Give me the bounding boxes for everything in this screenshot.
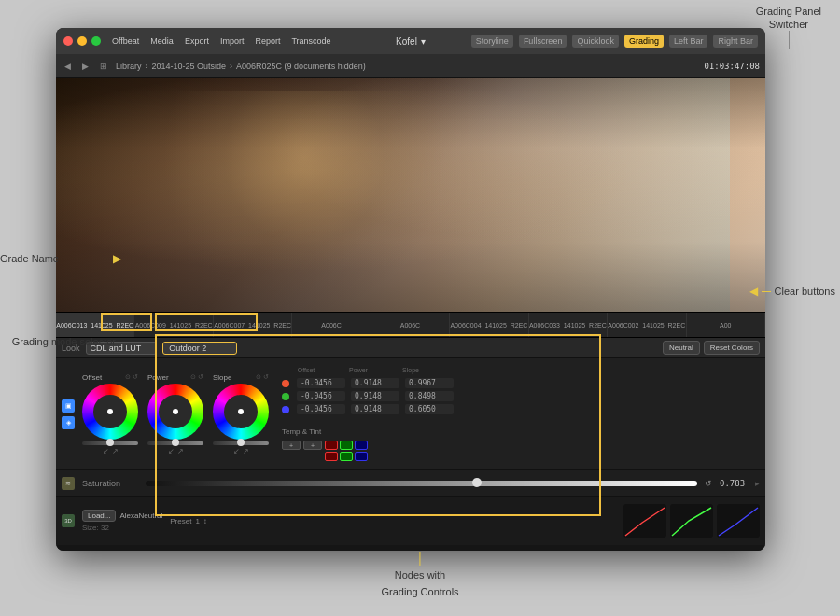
toolbar-icon-2[interactable]: ▶: [79, 61, 91, 72]
color-btn-g[interactable]: [340, 441, 353, 450]
lut-load-button[interactable]: Load...: [82, 510, 116, 522]
numeric-panel: Offset Power Slope -0.0456 0.9148 0.9967…: [282, 367, 454, 461]
power-slider[interactable]: [147, 441, 203, 445]
menu-transcode[interactable]: Transcode: [291, 36, 330, 46]
traffic-lights: [63, 36, 101, 46]
clip-item-7[interactable]: A006C033_141025_R2EC: [529, 313, 608, 337]
offset-slider[interactable]: [82, 441, 138, 445]
saturation-reset[interactable]: ↺: [705, 479, 712, 488]
color-btn-b2[interactable]: [355, 452, 368, 461]
lut-curve-r[interactable]: [623, 504, 666, 538]
numeric-row-2: -0.0456 0.9148 0.8498: [282, 391, 454, 401]
numeric-row-3: -0.0456 0.9148 0.6050: [282, 404, 454, 414]
menu-export[interactable]: Export: [185, 36, 209, 46]
clip-item-1[interactable]: A006C013_141025_R2EC: [56, 313, 134, 337]
storyline-btn[interactable]: Storyline: [471, 35, 513, 48]
color-btn-b[interactable]: [355, 441, 368, 450]
clear-buttons-label: Clear buttons: [775, 286, 835, 297]
offset-wheel-container: Offset ⊙ ↺ ↙ ↗: [82, 373, 138, 455]
left-bar-btn[interactable]: Left Bar: [669, 35, 708, 48]
clip-item-8[interactable]: A006C002_141025_R2EC: [608, 313, 686, 337]
quicklook-btn[interactable]: Quicklook: [572, 35, 619, 48]
slope-wheel-container: Slope ⊙ ↺ ↙ ↗: [213, 373, 269, 455]
offset-r[interactable]: -0.0456: [297, 378, 345, 388]
fullscreen-button[interactable]: [91, 36, 101, 46]
slope-r[interactable]: 0.9967: [405, 378, 454, 388]
menu-bar: Offbeat Media Export Import Report Trans…: [112, 36, 331, 46]
lut-curve-g[interactable]: [670, 504, 713, 538]
grading-btn[interactable]: Grading: [624, 35, 664, 48]
clip-item-4[interactable]: A006C: [292, 313, 371, 337]
clip-strip: A006C013_141025_R2EC A006C009_141025_R2E…: [56, 312, 765, 338]
offset-g[interactable]: -0.0456: [297, 391, 345, 401]
power-b[interactable]: 0.9148: [351, 404, 399, 414]
menu-report[interactable]: Report: [255, 36, 280, 46]
grade-name-bar: Look CDL and LUT Outdoor 2 Neutral Reset…: [56, 338, 765, 358]
side-icon-1[interactable]: ▣: [62, 399, 75, 413]
annotation-line-switcher: [789, 31, 790, 49]
slope-wheel-icons: ↙ ↗: [233, 447, 249, 455]
fullscreen-btn[interactable]: Fullscreen: [519, 35, 567, 48]
clip-item-5[interactable]: A006C: [371, 313, 450, 337]
toolbar-icon-3[interactable]: ⊞: [97, 61, 110, 72]
app-title: Kofel ▾: [396, 36, 426, 47]
lut-curves: [623, 504, 760, 538]
offset-col-header: Offset: [282, 367, 330, 373]
menu-offbeat[interactable]: Offbeat: [112, 36, 139, 46]
side-icon-2[interactable]: ◈: [62, 416, 75, 429]
grading-panel-switcher-annotation: Grading Panel Switcher: [756, 5, 821, 32]
color-btn-g2[interactable]: [340, 452, 353, 461]
power-r[interactable]: 0.9148: [351, 378, 399, 388]
reset-colors-button[interactable]: Reset Colors: [704, 341, 760, 355]
offset-color-wheel[interactable]: [82, 384, 138, 440]
saturation-expand[interactable]: ▸: [755, 479, 760, 488]
color-wheels-section: ▣ ◈ Offset ⊙ ↺ ↙: [56, 358, 765, 470]
clear-buttons-arrow-left: ◀: [749, 285, 758, 298]
clip-item-9[interactable]: A00: [687, 313, 765, 337]
toolbar-icon-1[interactable]: ◀: [62, 61, 74, 72]
right-bar-btn[interactable]: Right Bar: [713, 35, 758, 48]
lut-curve-b[interactable]: [717, 504, 760, 538]
grade-name-label: Grade Name: [0, 253, 59, 264]
side-icons: ▣ ◈: [62, 399, 75, 429]
date-folder[interactable]: 2014-10-25 Outside: [152, 62, 227, 71]
lut-section: 3D Load... AlexaNeutral Size: 32 Preset …: [56, 497, 765, 545]
color-btn-r[interactable]: [325, 441, 338, 450]
menu-import[interactable]: Import: [220, 36, 245, 46]
temp-tint-btn-1[interactable]: +: [282, 441, 301, 450]
close-button[interactable]: [63, 36, 73, 46]
power-g[interactable]: 0.9148: [351, 391, 399, 401]
saturation-slider[interactable]: [146, 481, 697, 486]
offset-wheel-label: Offset ⊙ ↺: [82, 373, 138, 382]
app-window: Offbeat Media Export Import Report Trans…: [56, 28, 765, 551]
clip-folder[interactable]: A006R025C (9 documents hidden): [236, 62, 366, 71]
bottom-label: + Allies: [62, 550, 86, 552]
red-channel-dot: [282, 380, 289, 387]
slope-b[interactable]: 0.6050: [405, 404, 454, 414]
grade-name-input[interactable]: Outdoor 2: [162, 342, 237, 355]
lut-name: AlexaNeutral: [119, 511, 162, 520]
temp-tint-btn-2[interactable]: +: [303, 441, 322, 450]
neutral-button[interactable]: Neutral: [663, 341, 700, 355]
nodes-annotation: Nodes with Grading Controls: [381, 552, 458, 599]
grading-mode-label: Grading mode selector: [0, 335, 116, 348]
library-label[interactable]: Library: [116, 62, 142, 71]
nodes-v-line: [420, 552, 421, 566]
slope-g[interactable]: 0.8498: [405, 391, 454, 401]
color-btn-r2[interactable]: [325, 452, 338, 461]
green-channel-dot: [282, 393, 289, 400]
clip-item-2[interactable]: A006C009_141025_R2EC: [134, 313, 213, 337]
clip-item-6[interactable]: A006C004_141025_R2EC: [450, 313, 528, 337]
minimize-button[interactable]: [77, 36, 87, 46]
power-color-wheel[interactable]: [147, 384, 203, 440]
temp-tint-section: Temp & Tint + +: [282, 421, 454, 461]
video-overlay: [56, 78, 765, 312]
clear-buttons-annotation: ◀ Clear buttons: [749, 285, 835, 298]
grading-mode-annotation: Grading mode selector: [0, 335, 116, 348]
slope-slider[interactable]: [213, 441, 269, 445]
clip-item-3[interactable]: A006C007_141025_R2EC: [214, 313, 292, 337]
offset-b[interactable]: -0.0456: [297, 404, 345, 414]
grade-name-arrow: ▶: [113, 252, 121, 265]
menu-media[interactable]: Media: [150, 36, 174, 46]
slope-color-wheel[interactable]: [213, 384, 269, 440]
